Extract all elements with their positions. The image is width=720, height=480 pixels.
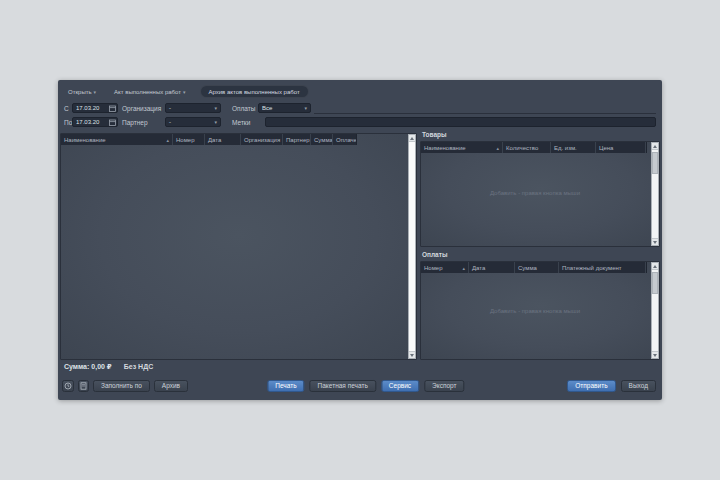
payments-panel-title: Оплаты	[422, 251, 447, 258]
acts-table: Наименование▴ Номер Дата Организация Пар…	[60, 133, 417, 360]
sort-icon: ▴	[462, 265, 465, 271]
tags-input[interactable]	[265, 117, 656, 127]
scroll-down-icon[interactable]	[409, 351, 415, 358]
chevron-down-icon: ▾	[214, 105, 217, 111]
column-header-sum[interactable]: Сумма	[311, 134, 333, 145]
chevron-down-icon: ▾	[304, 105, 307, 111]
partner-value: -	[169, 119, 171, 125]
column-header-unit[interactable]: Ед. изм.	[551, 142, 596, 153]
goods-table: Наименование▴ Количество Ед. изм. Цена Д…	[420, 141, 660, 247]
column-header-name[interactable]: Наименование▴	[61, 134, 173, 145]
goods-table-header: Наименование▴ Количество Ед. изм. Цена	[421, 142, 647, 153]
column-header-organization[interactable]: Организация	[241, 134, 283, 145]
footer-center-group: Печать Пакетная печать Сервис Экспорт	[267, 380, 464, 392]
payments-table-header: Номер▴ Дата Сумма Платежный документ	[421, 262, 647, 273]
totals-line: Сумма: 0,00 ₽Без НДС	[64, 363, 153, 371]
scrollbar[interactable]	[651, 262, 659, 359]
column-header-number[interactable]: Номер▴	[421, 262, 469, 273]
organization-value: -	[169, 105, 171, 111]
tab-act-label: Акт выполненных работ	[114, 89, 181, 95]
footer-right-group: Отправить Выход	[567, 380, 656, 392]
payments-filter-label: Оплаты	[232, 105, 256, 112]
scroll-up-icon[interactable]	[409, 135, 415, 142]
chevron-down-icon: ▾	[183, 89, 186, 95]
notes-button[interactable]	[78, 380, 89, 392]
date-to-field	[72, 117, 118, 127]
scrollbar[interactable]	[408, 134, 416, 359]
goods-empty-hint: Добавить - правая кнопка мыши	[421, 190, 649, 196]
fill-by-button[interactable]: Заполнить по	[93, 380, 150, 392]
payments-filter-select[interactable]: Все ▾	[258, 103, 311, 113]
partner-select[interactable]: - ▾	[165, 117, 221, 127]
tab-open-label: Открыть	[68, 89, 92, 95]
send-button[interactable]: Отправить	[567, 380, 615, 392]
sort-icon: ▴	[166, 137, 169, 143]
column-header-quantity[interactable]: Количество	[503, 142, 551, 153]
filter-separator	[314, 113, 656, 114]
print-button[interactable]: Печать	[267, 380, 304, 392]
partner-label: Партнер	[122, 119, 148, 126]
chevron-down-icon: ▾	[94, 89, 97, 95]
document-icon	[80, 382, 87, 390]
payments-table: Номер▴ Дата Сумма Платежный документ Доб…	[420, 261, 660, 360]
exit-button[interactable]: Выход	[621, 380, 656, 392]
tab-archive-label: Архив актов выполненных работ	[209, 89, 300, 95]
column-header-name[interactable]: Наименование▴	[421, 142, 503, 153]
calendar-icon[interactable]	[109, 105, 116, 112]
vat-status: Без НДС	[124, 363, 153, 370]
payments-empty-hint: Добавить - правая кнопка мыши	[421, 308, 649, 314]
scrollbar-track[interactable]	[409, 142, 415, 351]
scroll-down-icon[interactable]	[652, 238, 658, 245]
acts-table-header: Наименование▴ Номер Дата Организация Пар…	[61, 134, 357, 145]
scroll-down-icon[interactable]	[652, 351, 658, 358]
column-header-sum[interactable]: Сумма	[515, 262, 559, 273]
scrollbar-thumb[interactable]	[652, 152, 658, 174]
tab-act-menu[interactable]: Акт выполненных работ▾	[110, 87, 189, 97]
clock-icon	[64, 382, 72, 390]
scrollbar-track[interactable]	[652, 150, 658, 238]
footer-left-group: Заполнить по Архив	[62, 380, 188, 392]
column-header-date[interactable]: Дата	[469, 262, 515, 273]
tab-archive-active[interactable]: Архив актов выполненных работ	[200, 85, 309, 98]
date-from-field	[72, 103, 118, 113]
organization-select[interactable]: - ▾	[165, 103, 221, 113]
calendar-icon[interactable]	[109, 119, 116, 126]
date-from-label: С	[64, 105, 69, 112]
column-header-date[interactable]: Дата	[205, 134, 241, 145]
column-header-paid[interactable]: Оплачено	[333, 134, 356, 145]
scroll-up-icon[interactable]	[652, 263, 658, 270]
batch-print-button[interactable]: Пакетная печать	[310, 380, 376, 392]
sort-icon: ▴	[496, 145, 499, 151]
column-header-payment-doc[interactable]: Платежный документ	[559, 262, 646, 273]
app-window: Открыть▾ Акт выполненных работ▾ Архив ак…	[58, 80, 662, 400]
goods-panel-title: Товары	[422, 131, 447, 138]
column-header-price[interactable]: Цена	[596, 142, 646, 153]
archive-button[interactable]: Архив	[154, 380, 188, 392]
history-button[interactable]	[62, 380, 74, 392]
scrollbar-track[interactable]	[652, 270, 658, 351]
payments-filter-value: Все	[262, 105, 272, 111]
tab-open-menu[interactable]: Открыть▾	[64, 87, 100, 97]
column-header-number[interactable]: Номер	[173, 134, 205, 145]
scrollbar-thumb[interactable]	[409, 142, 415, 351]
total-sum-value: Сумма: 0,00 ₽	[64, 363, 112, 370]
organization-label: Организация	[122, 105, 161, 112]
scroll-up-icon[interactable]	[652, 143, 658, 150]
chevron-down-icon: ▾	[214, 119, 217, 125]
tags-label: Метки	[232, 119, 250, 126]
export-button[interactable]: Экспорт	[424, 380, 464, 392]
scrollbar[interactable]	[651, 142, 659, 246]
tab-bar: Открыть▾ Акт выполненных работ▾ Архив ак…	[64, 84, 309, 99]
column-header-partner[interactable]: Партнер	[283, 134, 311, 145]
scrollbar-thumb[interactable]	[652, 272, 658, 294]
service-button[interactable]: Сервис	[381, 380, 419, 392]
